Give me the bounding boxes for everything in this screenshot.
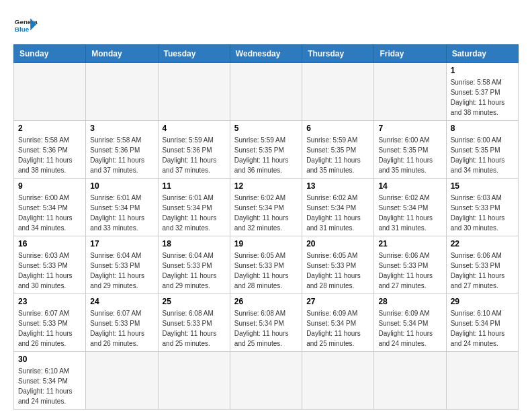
calendar-cell <box>302 63 374 121</box>
day-info: Sunrise: 5:58 AMSunset: 5:36 PMDaylight:… <box>18 135 81 175</box>
calendar-cell <box>86 352 158 410</box>
day-info: Sunrise: 5:59 AMSunset: 5:36 PMDaylight:… <box>163 135 226 175</box>
calendar-cell <box>230 352 302 410</box>
calendar-cell: 28Sunrise: 6:09 AMSunset: 5:34 PMDayligh… <box>374 294 446 352</box>
calendar-week-row: 1Sunrise: 5:58 AMSunset: 5:37 PMDaylight… <box>14 63 519 121</box>
calendar-cell: 11Sunrise: 6:01 AMSunset: 5:34 PMDayligh… <box>158 179 230 236</box>
day-number: 14 <box>378 181 441 191</box>
day-info: Sunrise: 6:02 AMSunset: 5:34 PMDaylight:… <box>378 193 441 233</box>
calendar-table: SundayMondayTuesdayWednesdayThursdayFrid… <box>13 44 519 410</box>
calendar-week-row: 16Sunrise: 6:03 AMSunset: 5:33 PMDayligh… <box>14 236 519 294</box>
day-info: Sunrise: 6:06 AMSunset: 5:33 PMDaylight:… <box>451 250 514 291</box>
calendar-cell: 7Sunrise: 6:00 AMSunset: 5:35 PMDaylight… <box>374 121 446 179</box>
calendar-cell: 18Sunrise: 6:04 AMSunset: 5:33 PMDayligh… <box>158 236 230 294</box>
day-info: Sunrise: 6:08 AMSunset: 5:34 PMDaylight:… <box>234 308 298 349</box>
day-info: Sunrise: 6:03 AMSunset: 5:33 PMDaylight:… <box>18 250 81 291</box>
calendar-cell: 8Sunrise: 6:00 AMSunset: 5:35 PMDaylight… <box>446 121 518 179</box>
calendar-cell: 17Sunrise: 6:04 AMSunset: 5:33 PMDayligh… <box>86 236 158 294</box>
calendar-cell <box>374 352 446 410</box>
day-info: Sunrise: 5:59 AMSunset: 5:35 PMDaylight:… <box>234 135 298 175</box>
calendar-cell <box>374 63 446 121</box>
calendar-cell: 16Sunrise: 6:03 AMSunset: 5:33 PMDayligh… <box>14 236 86 294</box>
day-number: 18 <box>163 239 226 248</box>
calendar-cell <box>158 63 230 121</box>
calendar-cell: 13Sunrise: 6:02 AMSunset: 5:34 PMDayligh… <box>302 179 374 236</box>
day-number: 20 <box>306 239 369 248</box>
calendar-cell: 12Sunrise: 6:02 AMSunset: 5:34 PMDayligh… <box>230 179 302 236</box>
day-number: 1 <box>451 66 514 75</box>
calendar-cell: 15Sunrise: 6:03 AMSunset: 5:33 PMDayligh… <box>446 179 518 236</box>
day-number: 30 <box>18 355 81 364</box>
calendar-cell: 10Sunrise: 6:01 AMSunset: 5:34 PMDayligh… <box>86 179 158 236</box>
day-number: 16 <box>18 239 81 248</box>
day-number: 5 <box>234 124 298 133</box>
day-number: 9 <box>18 181 81 191</box>
day-info: Sunrise: 6:05 AMSunset: 5:33 PMDaylight:… <box>234 250 298 291</box>
day-number: 2 <box>18 124 81 133</box>
calendar-cell: 23Sunrise: 6:07 AMSunset: 5:33 PMDayligh… <box>14 294 86 352</box>
page-header: General Blue <box>13 13 519 38</box>
weekday-header: Thursday <box>302 45 374 63</box>
day-number: 26 <box>234 297 298 306</box>
day-number: 6 <box>306 124 369 133</box>
day-info: Sunrise: 6:09 AMSunset: 5:34 PMDaylight:… <box>378 308 441 349</box>
day-info: Sunrise: 6:07 AMSunset: 5:33 PMDaylight:… <box>18 308 81 349</box>
day-number: 29 <box>451 297 514 306</box>
day-number: 25 <box>163 297 226 306</box>
weekday-header: Wednesday <box>230 45 302 63</box>
calendar-cell <box>302 352 374 410</box>
day-number: 24 <box>90 297 153 306</box>
calendar-cell: 9Sunrise: 6:00 AMSunset: 5:34 PMDaylight… <box>14 179 86 236</box>
calendar-cell: 22Sunrise: 6:06 AMSunset: 5:33 PMDayligh… <box>446 236 518 294</box>
day-number: 17 <box>90 239 153 248</box>
svg-text:Blue: Blue <box>15 26 30 33</box>
calendar-cell <box>230 63 302 121</box>
calendar-cell: 3Sunrise: 5:58 AMSunset: 5:36 PMDaylight… <box>86 121 158 179</box>
calendar-cell: 4Sunrise: 5:59 AMSunset: 5:36 PMDaylight… <box>158 121 230 179</box>
calendar-cell: 27Sunrise: 6:09 AMSunset: 5:34 PMDayligh… <box>302 294 374 352</box>
day-info: Sunrise: 6:04 AMSunset: 5:33 PMDaylight:… <box>90 250 153 291</box>
day-info: Sunrise: 6:01 AMSunset: 5:34 PMDaylight:… <box>90 193 153 233</box>
day-info: Sunrise: 6:06 AMSunset: 5:33 PMDaylight:… <box>378 250 441 291</box>
day-number: 12 <box>234 181 298 191</box>
calendar-cell: 25Sunrise: 6:08 AMSunset: 5:33 PMDayligh… <box>158 294 230 352</box>
day-info: Sunrise: 6:09 AMSunset: 5:34 PMDaylight:… <box>306 308 369 349</box>
day-info: Sunrise: 6:10 AMSunset: 5:34 PMDaylight:… <box>451 308 514 349</box>
day-number: 7 <box>378 124 441 133</box>
day-info: Sunrise: 6:00 AMSunset: 5:34 PMDaylight:… <box>18 193 81 233</box>
day-number: 3 <box>90 124 153 133</box>
calendar-header-row: SundayMondayTuesdayWednesdayThursdayFrid… <box>14 45 519 63</box>
calendar-cell: 20Sunrise: 6:05 AMSunset: 5:33 PMDayligh… <box>302 236 374 294</box>
logo-icon: General Blue <box>13 13 38 38</box>
calendar-week-row: 23Sunrise: 6:07 AMSunset: 5:33 PMDayligh… <box>14 294 519 352</box>
calendar-cell <box>14 63 86 121</box>
weekday-header: Saturday <box>446 45 518 63</box>
day-info: Sunrise: 5:59 AMSunset: 5:35 PMDaylight:… <box>306 135 369 175</box>
day-number: 28 <box>378 297 441 306</box>
day-info: Sunrise: 5:58 AMSunset: 5:37 PMDaylight:… <box>451 77 514 118</box>
calendar-cell: 2Sunrise: 5:58 AMSunset: 5:36 PMDaylight… <box>14 121 86 179</box>
weekday-header: Monday <box>86 45 158 63</box>
day-info: Sunrise: 6:00 AMSunset: 5:35 PMDaylight:… <box>378 135 441 175</box>
calendar-cell: 19Sunrise: 6:05 AMSunset: 5:33 PMDayligh… <box>230 236 302 294</box>
day-info: Sunrise: 5:58 AMSunset: 5:36 PMDaylight:… <box>90 135 153 175</box>
day-info: Sunrise: 6:10 AMSunset: 5:34 PMDaylight:… <box>18 366 81 406</box>
day-number: 21 <box>378 239 441 248</box>
day-number: 11 <box>163 181 226 191</box>
calendar-week-row: 2Sunrise: 5:58 AMSunset: 5:36 PMDaylight… <box>14 121 519 179</box>
calendar-week-row: 30Sunrise: 6:10 AMSunset: 5:34 PMDayligh… <box>14 352 519 410</box>
calendar-cell: 5Sunrise: 5:59 AMSunset: 5:35 PMDaylight… <box>230 121 302 179</box>
day-info: Sunrise: 6:07 AMSunset: 5:33 PMDaylight:… <box>90 308 153 349</box>
calendar-cell: 21Sunrise: 6:06 AMSunset: 5:33 PMDayligh… <box>374 236 446 294</box>
day-info: Sunrise: 6:01 AMSunset: 5:34 PMDaylight:… <box>163 193 226 233</box>
day-info: Sunrise: 6:02 AMSunset: 5:34 PMDaylight:… <box>234 193 298 233</box>
logo: General Blue <box>13 13 38 38</box>
calendar-week-row: 9Sunrise: 6:00 AMSunset: 5:34 PMDaylight… <box>14 179 519 236</box>
calendar-cell: 6Sunrise: 5:59 AMSunset: 5:35 PMDaylight… <box>302 121 374 179</box>
day-info: Sunrise: 6:00 AMSunset: 5:35 PMDaylight:… <box>451 135 514 175</box>
calendar-cell: 30Sunrise: 6:10 AMSunset: 5:34 PMDayligh… <box>14 352 86 410</box>
calendar-cell: 24Sunrise: 6:07 AMSunset: 5:33 PMDayligh… <box>86 294 158 352</box>
calendar-cell: 26Sunrise: 6:08 AMSunset: 5:34 PMDayligh… <box>230 294 302 352</box>
day-number: 8 <box>451 124 514 133</box>
day-number: 4 <box>163 124 226 133</box>
